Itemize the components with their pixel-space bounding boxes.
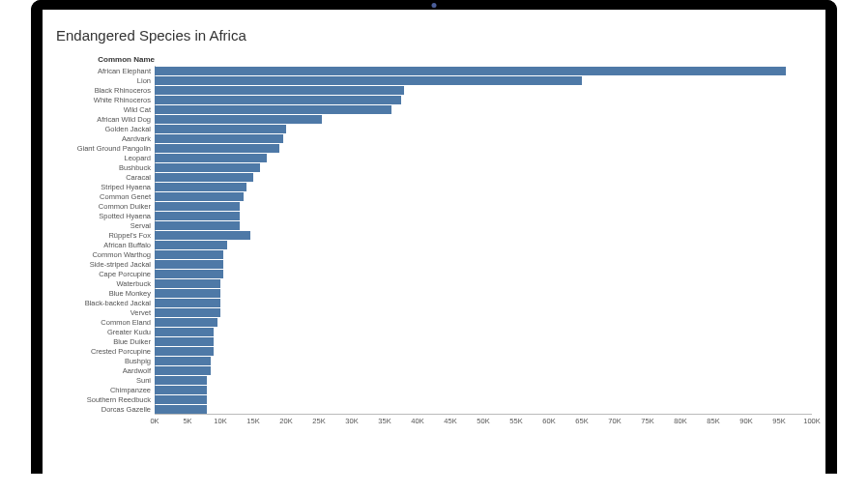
bar-row: Serval	[52, 220, 812, 230]
category-label: African Wild Dog	[52, 115, 155, 124]
bar-row: Lion	[52, 75, 812, 85]
bar	[155, 163, 260, 172]
bar-row: Greater Kudu	[52, 327, 812, 336]
bar	[155, 76, 582, 85]
category-label: Serval	[52, 221, 155, 230]
bar-row: Common Genet	[52, 191, 812, 201]
bar	[155, 115, 322, 124]
category-label: Vervet	[52, 308, 155, 317]
bar-row: Crested Porcupine	[52, 346, 812, 356]
bar-row: Suni	[52, 375, 812, 385]
bar-track	[155, 336, 812, 346]
bar-row: Common Warthog	[52, 249, 812, 259]
bar-track	[155, 104, 812, 114]
category-label: African Elephant	[52, 67, 155, 75]
bar	[155, 318, 217, 327]
bar-track	[155, 153, 812, 162]
x-tick: 100K	[803, 417, 821, 425]
x-tick: 80K	[674, 417, 686, 425]
bar-row: Rüppel's Fox	[52, 230, 812, 240]
chart-title: Endangered Species in Africa	[56, 27, 812, 44]
bar-row: Black Rhinoceros	[52, 85, 812, 95]
category-label: Crested Porcupine	[52, 347, 155, 356]
x-tick: 5K	[183, 417, 191, 425]
screen-content: Endangered Species in Africa Common Name…	[43, 10, 825, 493]
bar	[155, 289, 220, 298]
category-label: Bushpig	[52, 357, 155, 365]
category-label: Caracal	[52, 173, 155, 182]
category-label: Blue Duiker	[52, 337, 155, 346]
bar-row: Spotted Hyaena	[52, 211, 812, 220]
bar	[155, 67, 786, 75]
bar-track	[155, 124, 812, 133]
chart-area: African ElephantLionBlack RhinocerosWhit…	[52, 66, 812, 427]
bar-row: Striped Hyaena	[52, 182, 812, 191]
bar-row: Chimpanzee	[52, 385, 812, 394]
bar	[155, 357, 211, 365]
x-tick: 10K	[214, 417, 226, 425]
x-tick: 40K	[411, 417, 423, 425]
bar	[155, 405, 207, 414]
category-label: Aardvark	[52, 134, 155, 143]
bar-row: Waterbuck	[52, 278, 812, 288]
bar-track	[155, 182, 812, 191]
bar-row: Caracal	[52, 172, 812, 182]
bar	[155, 192, 244, 201]
bar-row: Cape Porcupine	[52, 269, 812, 278]
bar-track	[155, 394, 812, 404]
bar-track	[155, 85, 812, 95]
bar	[155, 183, 246, 191]
bar-track	[155, 269, 812, 278]
category-label: Golden Jackal	[52, 125, 155, 133]
bar	[155, 395, 207, 404]
bar	[155, 250, 223, 259]
y-axis-header: Common Name	[52, 55, 155, 64]
category-label: Lion	[52, 76, 155, 85]
category-label: Leopard	[52, 154, 155, 162]
category-label: Black-backed Jackal	[52, 299, 155, 307]
bar-row: Bushbuck	[52, 162, 812, 172]
bar-track	[155, 249, 812, 259]
bar	[155, 86, 404, 95]
x-axis: 0K5K10K15K20K25K30K35K40K45K50K55K60K65K…	[155, 414, 812, 427]
bar-track	[155, 240, 812, 249]
category-label: Common Duiker	[52, 202, 155, 211]
bar-track	[155, 133, 812, 143]
bar	[155, 134, 283, 143]
bar	[155, 144, 279, 153]
bar-track	[155, 230, 812, 240]
bar-track	[155, 327, 812, 336]
x-tick: 20K	[279, 417, 292, 425]
bar-track	[155, 114, 812, 124]
bar-row: Common Duiker	[52, 201, 812, 211]
category-label: Black Rhinoceros	[52, 86, 155, 95]
bar	[155, 212, 240, 220]
bar	[155, 241, 227, 249]
bar-track	[155, 317, 812, 327]
x-tick: 25K	[312, 417, 325, 425]
x-tick: 60K	[542, 417, 555, 425]
bar-track	[155, 201, 812, 211]
bar-track	[155, 346, 812, 356]
bar-track	[155, 385, 812, 394]
bar-row: Leopard	[52, 153, 812, 162]
bar	[155, 231, 250, 240]
x-tick: 70K	[608, 417, 621, 425]
bar	[155, 386, 207, 394]
bar-track	[155, 75, 812, 85]
x-tick: 35K	[378, 417, 391, 425]
category-label: White Rhinoceros	[52, 96, 155, 104]
bar-row: White Rhinoceros	[52, 95, 812, 104]
bar-track	[155, 211, 812, 220]
category-label: Southern Reedbuck	[52, 395, 155, 404]
bezel-left	[31, 0, 43, 474]
bar	[155, 202, 240, 211]
bar-track	[155, 191, 812, 201]
bar-row: Aardwolf	[52, 365, 812, 375]
bar-track	[155, 143, 812, 153]
category-label: Common Eland	[52, 318, 155, 327]
bezel-top	[31, 0, 837, 10]
bar	[155, 376, 207, 385]
bar-row: African Buffalo	[52, 240, 812, 249]
x-tick: 90K	[739, 417, 752, 425]
